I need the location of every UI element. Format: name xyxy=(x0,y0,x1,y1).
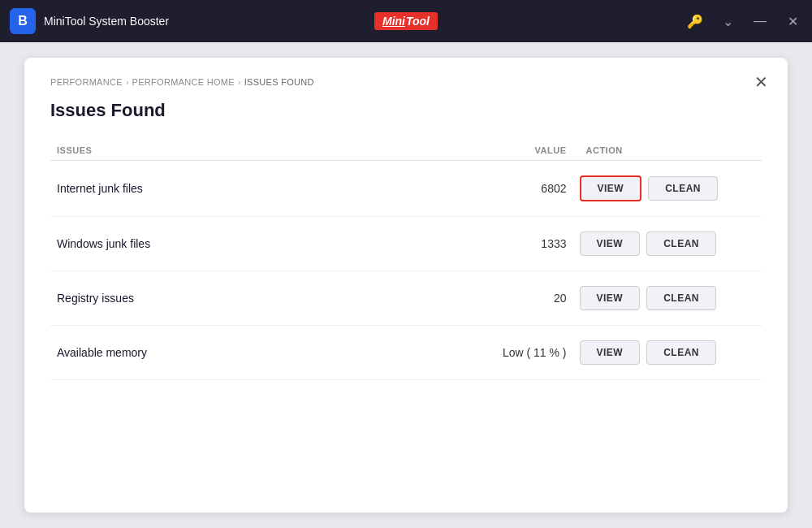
card-footer-space xyxy=(50,380,762,478)
view-button-2[interactable]: VIEW xyxy=(580,286,641,310)
main-content: ✕ PERFORMANCE › PERFORMANCE HOME › ISSUE… xyxy=(0,42,812,528)
app-logo-letter: B xyxy=(18,14,28,28)
table-row: Registry issues20VIEWCLEAN xyxy=(50,271,762,326)
card-close-button[interactable]: ✕ xyxy=(754,74,768,90)
issue-actions-1: VIEWCLEAN xyxy=(573,217,762,271)
issues-table: ISSUES VALUE ACTION Internet junk files6… xyxy=(50,141,762,380)
view-button-0[interactable]: VIEW xyxy=(580,175,642,201)
breadcrumb-sep-1: › xyxy=(126,77,129,87)
breadcrumb-item-current: ISSUES FOUND xyxy=(244,77,314,87)
app-title: MiniTool System Booster xyxy=(44,15,169,28)
view-button-1[interactable]: VIEW xyxy=(580,232,641,256)
view-button-3[interactable]: VIEW xyxy=(580,340,641,365)
window-controls: 🔑 ⌄ — ✕ xyxy=(685,11,802,31)
issue-value-2: 20 xyxy=(477,271,573,326)
issues-card: ✕ PERFORMANCE › PERFORMANCE HOME › ISSUE… xyxy=(24,58,788,513)
breadcrumb-item-home: PERFORMANCE HOME xyxy=(132,77,235,87)
clean-button-1[interactable]: CLEAN xyxy=(646,232,716,256)
clean-button-3[interactable]: CLEAN xyxy=(646,340,716,365)
breadcrumb-item-performance: PERFORMANCE xyxy=(50,77,123,87)
col-header-action: ACTION xyxy=(573,141,762,161)
table-row: Windows junk files1333VIEWCLEAN xyxy=(50,217,762,271)
issue-name-2: Registry issues xyxy=(50,271,477,326)
table-row: Available memoryLow ( 11 % )VIEWCLEAN xyxy=(50,326,762,380)
brand-logo: Mini Tool xyxy=(374,12,438,30)
breadcrumb: PERFORMANCE › PERFORMANCE HOME › ISSUES … xyxy=(50,77,762,87)
titlebar: B MiniTool System Booster Mini Tool 🔑 ⌄ … xyxy=(0,0,812,42)
issue-name-1: Windows junk files xyxy=(50,217,477,271)
minimize-button[interactable]: — xyxy=(750,11,770,31)
close-window-button[interactable]: ✕ xyxy=(783,11,802,31)
app-logo: B xyxy=(10,8,36,34)
page-title: Issues Found xyxy=(50,100,762,121)
clean-button-2[interactable]: CLEAN xyxy=(646,286,716,310)
chevron-down-icon[interactable]: ⌄ xyxy=(718,11,737,31)
issue-value-1: 1333 xyxy=(477,217,573,271)
issue-value-3: Low ( 11 % ) xyxy=(477,326,573,380)
key-icon[interactable]: 🔑 xyxy=(685,11,705,31)
table-row: Internet junk files6802VIEWCLEAN xyxy=(50,161,762,217)
issue-value-0: 6802 xyxy=(477,161,573,217)
issue-name-0: Internet junk files xyxy=(50,161,477,217)
clean-button-0[interactable]: CLEAN xyxy=(648,176,718,201)
brand-tool: Tool xyxy=(406,15,430,28)
col-header-issues: ISSUES xyxy=(50,141,477,161)
issue-actions-2: VIEWCLEAN xyxy=(573,271,762,326)
table-header: ISSUES VALUE ACTION xyxy=(50,141,762,161)
brand-mini: Mini xyxy=(382,15,405,28)
issue-actions-3: VIEWCLEAN xyxy=(573,326,762,380)
issue-actions-0: VIEWCLEAN xyxy=(573,161,762,217)
issue-name-3: Available memory xyxy=(50,326,477,380)
breadcrumb-sep-2: › xyxy=(238,77,241,87)
col-header-value: VALUE xyxy=(477,141,573,161)
